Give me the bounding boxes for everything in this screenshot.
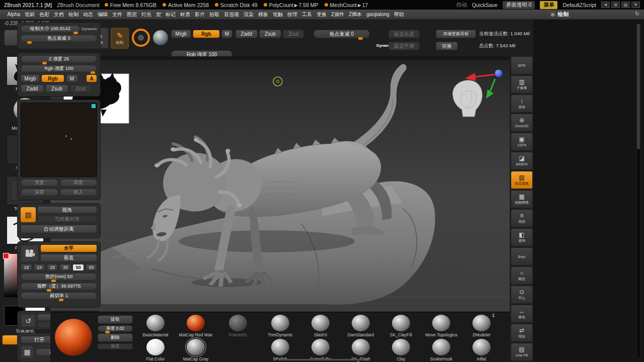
menu-item[interactable]: Alpha [5,12,23,17]
stroke-preview-canvas[interactable] [21,103,97,177]
right-shelf-button[interactable]: ▨ 动态透视 [511,171,533,189]
menu-item[interactable]: 材质 [178,11,193,18]
menu-item[interactable]: 渲染 [242,11,256,18]
tray-thumbnail[interactable]: MatCap Red Wax [176,313,216,337]
right-tray-header[interactable]: ◉ 绘制 [550,11,569,18]
zsub-button[interactable]: Zsub [259,30,281,38]
menu-item[interactable]: 灯光 [139,11,154,18]
align-to-object-button[interactable]: 与对象对齐 [37,215,97,223]
menu-item[interactable]: 首选项 [222,11,242,18]
right-shelf-button[interactable]: ↔ 移动 [511,305,533,323]
tray-thumbnail[interactable]: Inflat [461,337,502,361]
refresh-icon[interactable]: ↻ [635,11,639,17]
menu-item[interactable]: 笔刷 [23,11,37,18]
menu-item[interactable]: 工具 [300,11,314,18]
right-shelf-button[interactable]: ◧ 透明 [511,228,533,246]
menu-item[interactable]: Z脚本 [347,11,364,18]
tray-thumbnail[interactable]: DamStandard [341,313,381,337]
menu-item[interactable]: 动态 [81,11,96,18]
tray-thumbnail[interactable]: MatCap Gray [176,337,216,361]
focal-preset-button[interactable]: 85 [86,264,97,271]
zcut-button[interactable]: Zcut [283,30,304,38]
menu-item[interactable]: 帮助 [391,11,406,18]
menu-item[interactable]: 编辑 [96,11,110,18]
tray-draw-size-slider[interactable]: 绘制大小 100.8142 [21,25,80,33]
layout-icon[interactable]: ◄ [601,2,610,8]
height-slider[interactable]: 高度 [60,179,98,187]
scrollbar-handle[interactable] [637,24,640,149]
right-shelf-button[interactable]: &xyz [511,247,533,265]
menu-item[interactable]: 宏 [154,11,164,18]
lazy-step-control[interactable]: 延迟步进 [388,30,420,38]
menu-item[interactable]: 色彩 [37,11,52,18]
right-shelf-button[interactable]: ○ 幽灵 [511,266,533,285]
m-button[interactable]: M [221,30,232,38]
zadd-button[interactable]: Zadd [235,30,258,38]
focal-preset-button[interactable]: 35 [59,264,71,271]
document-canvas[interactable] [50,56,510,312]
tray-thumbnail[interactable]: Slash3 [300,313,341,337]
tray-thumbnail[interactable]: Clay [381,337,421,361]
dynamic-persp-icon[interactable]: ▨ [21,207,36,222]
menu-item[interactable]: 变换 [314,11,329,18]
right-shelf-button[interactable]: ▣ 100% [511,133,533,151]
menu-item[interactable]: 文件 [110,11,125,18]
width-slider[interactable]: 宽度 [21,179,58,187]
tray-thumbnail[interactable]: hPolish [260,337,300,361]
menu-item[interactable]: 纹理 [285,11,300,18]
menu-item[interactable]: 影片 [193,11,207,18]
draw-button[interactable]: ✎ 绘制 [111,28,129,49]
tray-zadd-button[interactable]: Zadd [21,84,44,93]
menu-item[interactable]: 笔触 [271,11,285,18]
focal-preset-button[interactable]: 50 [72,264,84,271]
tray-m-button[interactable]: M [66,74,78,82]
rgb-button[interactable]: Rgb [193,30,220,38]
right-shelf-button[interactable]: ▤ Line Fill [511,343,533,361]
horizontal-button[interactable]: 水平 [40,244,97,252]
layout-icon[interactable]: ▼ [631,2,640,8]
menu-item[interactable]: 拾取 [207,11,222,18]
crop-factor-slider[interactable]: 裁切率 1 [21,292,97,300]
focal-preset-button[interactable]: 24 [34,264,45,271]
tray-resize-handle[interactable] [279,359,365,360]
tray-zcut-button[interactable]: Zcut [70,84,91,93]
tray-scrollbar[interactable] [636,22,641,359]
menu-item[interactable]: 模板 [256,11,271,18]
tray-a-button[interactable]: A [86,74,97,82]
depth-slider[interactable]: 深度 [21,189,58,196]
layout-icon[interactable]: ⊞ [611,2,620,8]
right-shelf-button[interactable]: ◪ AA50% [511,152,533,170]
canvas-3d-view[interactable] [50,56,510,312]
right-shelf-button[interactable]: ⇄ 缩放 [511,324,533,342]
tray-thumbnail[interactable]: CurveTube [300,337,341,361]
menu-item[interactable]: 图层 [125,11,139,18]
tray-thumbnail[interactable]: 1 ZModeler [461,313,502,337]
right-shelf-button[interactable]: ⊙ 中心 [511,286,533,304]
quicksave-button[interactable]: QuickSave [472,2,498,8]
fov-slider[interactable]: 视野（度）39.59775 [21,283,97,290]
right-shelf-button[interactable]: ↕ 滚动 [511,95,533,113]
tray-rgb-button[interactable]: Rgb [41,74,64,82]
right-shelf-button[interactable]: ≡ 局部 [511,209,533,227]
tray-thumbnail[interactable]: Framer01 [216,313,260,337]
right-shelf-button[interactable]: ▥ 子像素 [511,75,533,94]
tray-mrgb-button[interactable]: Mrgb [21,74,40,82]
menu-item[interactable]: 绘制 [66,11,81,18]
store-morph-target-button[interactable]: 存储变换目标 [436,30,476,38]
right-shelf-button[interactable]: ⊕ Zoom2D [511,114,533,132]
thickness-slider[interactable]: 厚度 0.02 [98,325,133,332]
layout-icon[interactable]: ▤ [621,2,630,8]
tray-z-intensity-slider[interactable]: Z 强度 25 [21,55,97,63]
focal-preset-button[interactable]: 28 [47,264,58,271]
zscript-button[interactable]: DefaultZScript [562,2,596,8]
menu-item[interactable]: gaojialong [364,12,392,17]
menu-item[interactable]: Z插件 [329,11,347,18]
focal-shift-slider[interactable]: 焦点衰减 0 [313,30,370,38]
delete-button[interactable]: 删除 [98,333,133,342]
embed-slider[interactable]: 嵌入 [60,189,98,196]
focal-length-slider[interactable]: 焦距(mm) 50 [21,273,97,281]
tray-zsub-button[interactable]: Zsub [45,84,68,93]
accept-button[interactable]: 接受 [98,343,133,349]
camera-icon[interactable] [21,245,39,262]
current-material-large[interactable] [52,313,95,361]
